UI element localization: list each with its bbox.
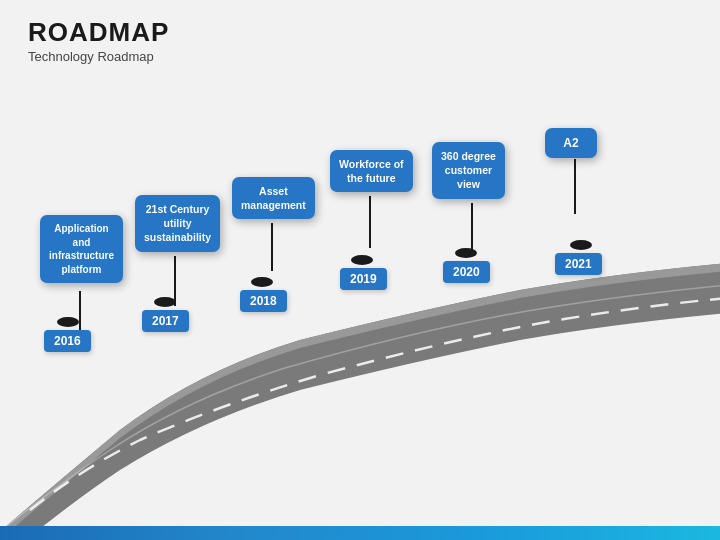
milestone-year-2021: 2021 xyxy=(555,253,602,275)
milestone-base-2018 xyxy=(251,277,273,287)
milestone-base-2019 xyxy=(351,255,373,265)
page: ROADMAP Technology Roadmap Application a… xyxy=(0,0,720,540)
milestone-base-2016 xyxy=(57,317,79,327)
milestone-base-2021 xyxy=(570,240,592,250)
milestone-year-2019: 2019 xyxy=(340,268,387,290)
milestone-year-2016: 2016 xyxy=(44,330,91,352)
milestone-year-2018: 2018 xyxy=(240,290,287,312)
milestone-pole-2018 xyxy=(271,223,273,271)
milestone-sign-2020: 360 degree customer view xyxy=(432,142,505,199)
milestone-pole-2019 xyxy=(369,196,371,248)
milestone-pole-2021 xyxy=(574,159,576,214)
milestone-base-2020 xyxy=(455,248,477,258)
milestone-year-2017: 2017 xyxy=(142,310,189,332)
milestone-sign-2021: A2 xyxy=(545,128,597,158)
milestone-sign-2017: 21st Century utility sustainability xyxy=(135,195,220,252)
milestone-sign-2019: Workforce of the future xyxy=(330,150,413,192)
page-subtitle: Technology Roadmap xyxy=(28,49,169,64)
milestone-pole-2017 xyxy=(174,256,176,306)
bottom-bar xyxy=(0,526,720,540)
milestone-year-2020: 2020 xyxy=(443,261,490,283)
page-title: ROADMAP xyxy=(28,18,169,47)
milestone-base-2017 xyxy=(154,297,176,307)
milestone-sign-2016: Application and infrastructure platform xyxy=(40,215,123,283)
header: ROADMAP Technology Roadmap xyxy=(28,18,169,64)
milestone-pole-2020 xyxy=(471,203,473,253)
milestone-sign-2018: Asset management xyxy=(232,177,315,219)
